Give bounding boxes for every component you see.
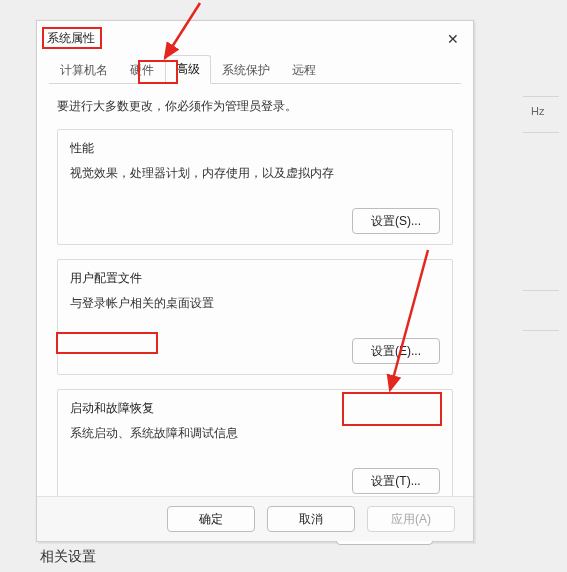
bg-divider xyxy=(523,96,559,97)
tab-computer-name[interactable]: 计算机名 xyxy=(49,56,119,84)
group-startup-recovery-title: 启动和故障恢复 xyxy=(70,400,440,417)
dialog-footer: 确定 取消 应用(A) xyxy=(37,496,473,541)
system-properties-dialog: 系统属性 ✕ 计算机名 硬件 高级 系统保护 远程 要进行大多数更改，你必须作为… xyxy=(36,20,474,542)
admin-notice: 要进行大多数更改，你必须作为管理员登录。 xyxy=(57,98,453,115)
close-button[interactable]: ✕ xyxy=(441,27,465,51)
group-performance-desc: 视觉效果，处理器计划，内存使用，以及虚拟内存 xyxy=(70,165,440,182)
group-performance: 性能 视觉效果，处理器计划，内存使用，以及虚拟内存 设置(S)... xyxy=(57,129,453,245)
bg-text-hz: Hz xyxy=(531,105,561,125)
group-user-profiles: 用户配置文件 与登录帐户相关的桌面设置 设置(E)... xyxy=(57,259,453,375)
tab-hardware[interactable]: 硬件 xyxy=(119,56,165,84)
user-profiles-settings-button[interactable]: 设置(E)... xyxy=(352,338,440,364)
tab-system-protection[interactable]: 系统保护 xyxy=(211,56,281,84)
group-startup-recovery: 启动和故障恢复 系统启动、系统故障和调试信息 设置(T)... xyxy=(57,389,453,505)
group-user-profiles-title: 用户配置文件 xyxy=(70,270,440,287)
tab-advanced[interactable]: 高级 xyxy=(165,55,211,84)
performance-settings-button[interactable]: 设置(S)... xyxy=(352,208,440,234)
close-icon: ✕ xyxy=(447,31,459,47)
group-performance-title: 性能 xyxy=(70,140,440,157)
canvas: Hz 相关设置 系统属性 ✕ 计算机名 硬件 高级 系统保护 远程 要进行大多数… xyxy=(0,0,567,572)
bg-divider xyxy=(523,290,559,291)
tab-strip: 计算机名 硬件 高级 系统保护 远程 xyxy=(49,55,461,84)
dialog-body: 要进行大多数更改，你必须作为管理员登录。 性能 视觉效果，处理器计划，内存使用，… xyxy=(37,84,473,553)
group-startup-recovery-desc: 系统启动、系统故障和调试信息 xyxy=(70,425,440,442)
bg-divider xyxy=(523,132,559,133)
apply-button[interactable]: 应用(A) xyxy=(367,506,455,532)
tab-remote[interactable]: 远程 xyxy=(281,56,327,84)
dialog-title: 系统属性 xyxy=(47,30,95,47)
ok-button[interactable]: 确定 xyxy=(167,506,255,532)
cancel-button[interactable]: 取消 xyxy=(267,506,355,532)
group-user-profiles-desc: 与登录帐户相关的桌面设置 xyxy=(70,295,440,312)
startup-recovery-settings-button[interactable]: 设置(T)... xyxy=(352,468,440,494)
titlebar: 系统属性 ✕ xyxy=(37,21,473,55)
bg-divider xyxy=(523,330,559,331)
